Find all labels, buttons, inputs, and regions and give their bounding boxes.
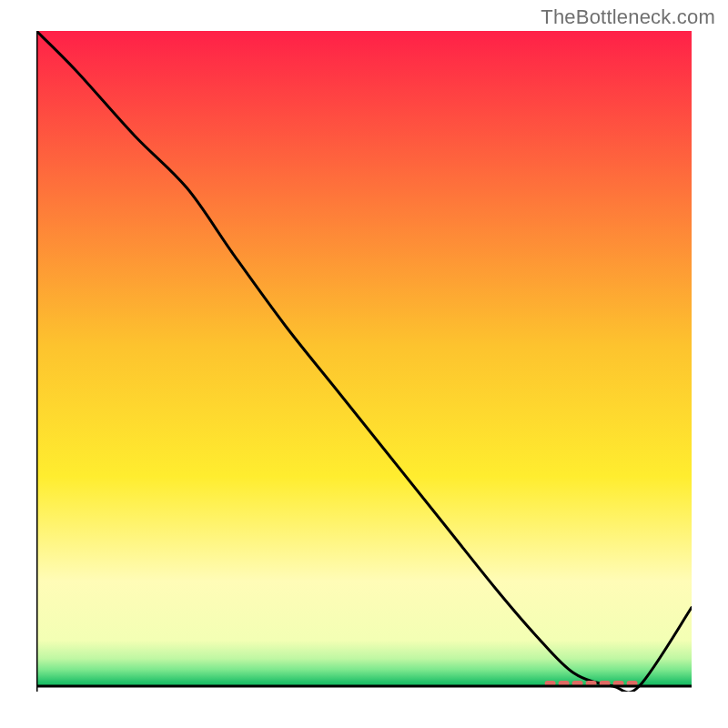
figure-container: { "attribution": "TheBottleneck.com", "c… — [0, 0, 728, 728]
attribution-text: TheBottleneck.com — [541, 5, 715, 29]
chart-background-gradient — [36, 31, 692, 686]
chart-plot-area — [36, 31, 692, 692]
chart-svg — [36, 31, 692, 692]
